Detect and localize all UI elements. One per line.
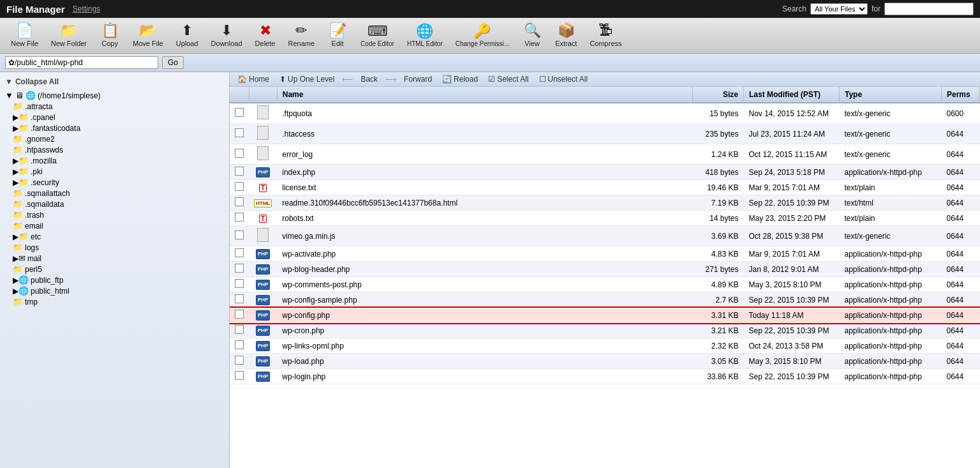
row-name[interactable]: license.txt: [277, 180, 692, 195]
row-checkbox[interactable]: [235, 248, 244, 257]
sidebar-item-sqmaildata[interactable]: 📁 .sqmaildata: [3, 199, 226, 209]
sidebar-item-root[interactable]: ▼ 🖥 🌐 (/home1/simplese): [3, 90, 226, 101]
table-row[interactable]: HTMLreadme.310f09446bcc6fb59513ec141377b…: [230, 195, 980, 211]
table-row[interactable]: PHPwp-blog-header.php271 bytesJan 8, 201…: [230, 262, 980, 277]
row-checkbox[interactable]: [235, 371, 244, 380]
edit-button[interactable]: 📝 Edit: [322, 20, 353, 50]
table-row[interactable]: vimeo.ga.min.js3.69 KBOct 28, 2015 9:38 …: [230, 226, 980, 246]
sidebar-item-gnome2[interactable]: 📁 .gnome2: [3, 133, 226, 144]
new-file-button[interactable]: 📄 New File: [5, 20, 44, 50]
row-name[interactable]: readme.310f09446bcc6fb59513ec141377b68a.…: [277, 195, 692, 211]
sidebar-item-cpanel[interactable]: ▶ 📁 .cpanel: [3, 112, 226, 123]
table-row[interactable]: error_log1.24 KBOct 12, 2015 11:15 AMtex…: [230, 144, 980, 165]
sidebar-item-sqmailattach[interactable]: 📁 .sqmailattach: [3, 188, 226, 199]
row-checkbox[interactable]: [235, 182, 244, 191]
sidebar-item-security[interactable]: ▶ 📁 .security: [3, 177, 226, 188]
sidebar-item-trash[interactable]: 📁 .trash: [3, 209, 226, 220]
go-button[interactable]: Go: [162, 56, 184, 69]
table-row[interactable]: .ftpquota15 bytesNov 14, 2015 12:52 AMte…: [230, 103, 980, 124]
back-button[interactable]: Back: [358, 74, 380, 84]
delete-button[interactable]: ✖ Delete: [249, 20, 281, 50]
sidebar-item-etc[interactable]: ▶ 📁 etc: [3, 231, 226, 242]
upload-button[interactable]: ⬆ Upload: [170, 20, 204, 50]
sidebar-item-mozilla[interactable]: ▶ 📁 .mozilla: [3, 155, 226, 166]
settings-link[interactable]: Settings: [73, 4, 100, 13]
unselect-all-button[interactable]: ☐ Unselect All: [537, 74, 591, 84]
move-file-button[interactable]: 📂 Move File: [127, 20, 169, 50]
row-checkbox[interactable]: [235, 128, 244, 137]
sidebar-item-perl5[interactable]: 📁 perl5: [3, 264, 226, 275]
row-name[interactable]: index.php: [277, 165, 692, 180]
row-checkbox[interactable]: [235, 149, 244, 158]
row-name[interactable]: robots.txt: [277, 211, 692, 226]
row-name[interactable]: vimeo.ga.min.js: [277, 226, 692, 246]
table-row[interactable]: Tlicense.txt19.46 KBMar 9, 2015 7:01 AMt…: [230, 180, 980, 195]
row-checkbox[interactable]: [235, 108, 244, 117]
change-perms-button[interactable]: 🔑 Change Permissi...: [450, 21, 515, 50]
html-editor-button[interactable]: 🌐 HTML Editor: [401, 21, 449, 50]
search-input[interactable]: [884, 3, 974, 15]
col-header-name[interactable]: Name: [277, 87, 692, 103]
home-button[interactable]: 🏠 Home: [235, 74, 272, 84]
view-button[interactable]: 🔍 View: [516, 20, 548, 50]
row-checkbox[interactable]: [235, 279, 244, 288]
sidebar-item-tmp[interactable]: 📁 tmp: [3, 296, 226, 307]
sidebar-item-fantasticodata[interactable]: ▶ 📁 .fantasticodata: [3, 123, 226, 133]
row-name[interactable]: error_log: [277, 144, 692, 165]
row-checkbox[interactable]: [235, 356, 244, 365]
sidebar-item-public-html[interactable]: ▶ 🌐 public_html: [3, 285, 226, 296]
row-name[interactable]: wp-cron.php: [277, 323, 692, 338]
row-name[interactable]: wp-blog-header.php: [277, 262, 692, 277]
table-row[interactable]: Trobots.txt14 bytesMay 23, 2015 2:20 PMt…: [230, 211, 980, 226]
col-header-size[interactable]: Size: [693, 87, 744, 103]
row-name[interactable]: wp-load.php: [277, 354, 692, 369]
col-header-perms[interactable]: Perms: [942, 87, 980, 103]
table-row[interactable]: PHPwp-links-opml.php2.32 KBOct 24, 2013 …: [230, 338, 980, 354]
row-name[interactable]: wp-links-opml.php: [277, 338, 692, 354]
up-one-level-button[interactable]: ⬆ Up One Level: [277, 74, 337, 84]
reload-button[interactable]: 🔄 Reload: [440, 74, 480, 84]
row-checkbox[interactable]: [235, 264, 244, 273]
table-row[interactable]: PHPwp-cron.php3.21 KBSep 22, 2015 10:39 …: [230, 323, 980, 338]
sidebar-item-attracta[interactable]: 📁 .attracta: [3, 101, 226, 112]
table-row[interactable]: PHPwp-config-sample.php2.7 KBSep 22, 201…: [230, 292, 980, 308]
sidebar-item-email[interactable]: 📁 email: [3, 220, 226, 231]
row-checkbox[interactable]: [235, 167, 244, 176]
row-name[interactable]: wp-activate.php: [277, 246, 692, 262]
sidebar-item-mail[interactable]: ▶ ✉ mail: [3, 253, 226, 264]
table-row[interactable]: PHPwp-load.php3.05 KBMay 3, 2015 8:10 PM…: [230, 354, 980, 369]
sidebar-item-logs[interactable]: 📁 logs: [3, 242, 226, 253]
sidebar-item-public-ftp[interactable]: ▶ 🌐 public_ftp: [3, 275, 226, 285]
row-name[interactable]: .ftpquota: [277, 103, 692, 124]
table-row[interactable]: PHPindex.php418 bytesSep 24, 2013 5:18 P…: [230, 165, 980, 180]
col-header-modified[interactable]: Last Modified (PST): [744, 87, 840, 103]
table-row[interactable]: PHPwp-comments-post.php4.89 KBMay 3, 201…: [230, 277, 980, 292]
extract-button[interactable]: 📦 Extract: [549, 20, 583, 50]
row-checkbox[interactable]: [235, 325, 244, 334]
row-checkbox[interactable]: [235, 340, 244, 349]
row-name[interactable]: wp-comments-post.php: [277, 277, 692, 292]
sidebar-item-htpasswds[interactable]: 📁 .htpasswds: [3, 144, 226, 155]
download-button[interactable]: ⬇ Download: [205, 20, 248, 50]
table-row[interactable]: PHPwp-login.php33.86 KBSep 22, 2015 10:3…: [230, 369, 980, 384]
rename-button[interactable]: ✏ Rename: [283, 20, 321, 50]
path-input[interactable]: [5, 56, 158, 69]
copy-button[interactable]: 📋 Copy: [94, 20, 126, 50]
sidebar-item-pki[interactable]: ▶ 📁 .pki: [3, 166, 226, 177]
row-name[interactable]: .htaccess: [277, 124, 692, 144]
row-checkbox[interactable]: [235, 197, 244, 206]
table-row[interactable]: PHPwp-activate.php4.83 KBMar 9, 2015 7:0…: [230, 246, 980, 262]
col-header-type[interactable]: Type: [840, 87, 942, 103]
collapse-all-button[interactable]: ▼ Collapse All: [3, 76, 226, 87]
new-folder-button[interactable]: 📁 New Folder: [45, 20, 93, 50]
table-row[interactable]: PHPwp-config.php3.31 KBToday 11:18 AMapp…: [230, 308, 980, 323]
row-checkbox[interactable]: [235, 310, 244, 319]
search-scope-select[interactable]: All Your Files: [810, 3, 868, 15]
row-name[interactable]: wp-login.php: [277, 369, 692, 384]
row-checkbox[interactable]: [235, 294, 244, 303]
code-editor-button[interactable]: ⌨ Code Editor: [355, 21, 400, 50]
row-checkbox[interactable]: [235, 230, 244, 239]
forward-button[interactable]: Forward: [401, 74, 434, 84]
row-checkbox[interactable]: [235, 213, 244, 222]
table-row[interactable]: .htaccess235 bytesJul 23, 2015 11:24 AMt…: [230, 124, 980, 144]
